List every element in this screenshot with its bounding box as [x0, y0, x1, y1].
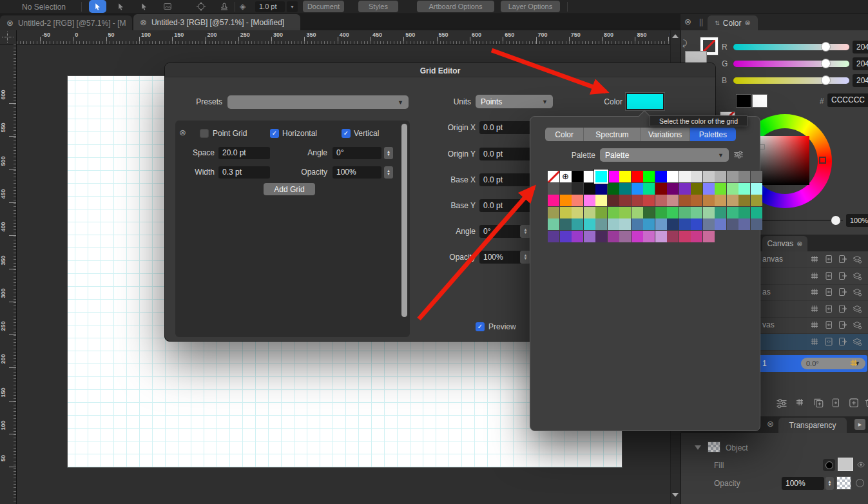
- color-swatch[interactable]: [703, 183, 715, 195]
- color-swatch[interactable]: [632, 183, 643, 195]
- stroke-width-dropdown[interactable]: ▼: [287, 1, 298, 12]
- palette-dropdown[interactable]: Palette ▼: [600, 148, 729, 162]
- color-swatch[interactable]: [560, 195, 572, 206]
- g-value-field[interactable]: 204: [853, 57, 868, 70]
- scroll-down-icon[interactable]: [672, 493, 679, 497]
- color-swatch[interactable]: [655, 171, 667, 182]
- color-swatch[interactable]: [715, 195, 726, 206]
- color-swatch[interactable]: [572, 218, 583, 230]
- vertical-checkbox[interactable]: ✓: [342, 129, 351, 138]
- color-swatch[interactable]: [632, 207, 643, 218]
- node-tool-button[interactable]: [112, 0, 130, 13]
- remove-grid-icon[interactable]: ⊗: [179, 128, 186, 137]
- color-swatch[interactable]: [619, 207, 631, 218]
- import-icon[interactable]: [824, 320, 834, 330]
- import-icon[interactable]: [824, 271, 834, 281]
- opacity-circle-icon[interactable]: [856, 479, 864, 487]
- stroke-width-field[interactable]: 1.0 pt: [255, 1, 285, 12]
- color-swatch[interactable]: [560, 218, 572, 230]
- b-value-field[interactable]: 204: [853, 74, 868, 87]
- color-swatch[interactable]: [715, 171, 726, 182]
- color-swatch[interactable]: [572, 207, 583, 218]
- color-swatch[interactable]: [703, 231, 715, 242]
- color-swatch[interactable]: [738, 218, 750, 230]
- popup-tab-spectrum[interactable]: Spectrum: [584, 128, 641, 141]
- color-swatch[interactable]: [608, 231, 619, 242]
- style-stamp-tool-button[interactable]: [215, 0, 233, 13]
- grid-icon[interactable]: [809, 304, 820, 314]
- color-swatch[interactable]: [584, 195, 595, 206]
- settings-sliders-icon[interactable]: [775, 397, 788, 410]
- color-swatch[interactable]: [679, 207, 691, 218]
- color-swatch[interactable]: [584, 171, 595, 182]
- color-swatch[interactable]: [679, 231, 691, 242]
- color-swatch[interactable]: [608, 195, 619, 206]
- color-swatch[interactable]: [667, 231, 679, 242]
- color-swatch[interactable]: [619, 171, 631, 182]
- color-swatch[interactable]: [703, 218, 715, 230]
- vertical-ruler[interactable]: 60055050045040035030025020015010050: [0, 44, 17, 504]
- color-swatch[interactable]: [632, 231, 643, 242]
- visibility-eye-icon[interactable]: [856, 460, 866, 469]
- r-slider-knob[interactable]: [821, 42, 831, 52]
- hex-field[interactable]: CCCCCC: [827, 93, 868, 107]
- color-swatch[interactable]: [632, 195, 643, 206]
- import-icon[interactable]: [824, 287, 834, 297]
- color-swatch[interactable]: [667, 195, 679, 206]
- color-swatch[interactable]: [584, 218, 595, 230]
- export-icon[interactable]: [838, 336, 848, 347]
- snapping-toggle-icon[interactable]: ◈: [240, 2, 246, 11]
- color-swatch[interactable]: [643, 231, 655, 242]
- toolbar-button-artboard-options[interactable]: Artboard Options: [417, 1, 494, 12]
- group-scrollbar-thumb[interactable]: [401, 124, 407, 317]
- export-icon[interactable]: [838, 320, 848, 330]
- color-swatch[interactable]: [727, 207, 738, 218]
- toolbar-button-layer-options[interactable]: Layer Options: [501, 1, 560, 12]
- saturation-marker[interactable]: [760, 144, 765, 150]
- export-icon[interactable]: [838, 304, 848, 314]
- color-swatch[interactable]: [632, 171, 643, 182]
- opacity-swatch[interactable]: [836, 476, 851, 490]
- hue-marker[interactable]: [819, 157, 826, 164]
- white-swatch[interactable]: [752, 94, 767, 108]
- presets-dropdown[interactable]: ▼: [227, 95, 409, 109]
- grid-icon[interactable]: [809, 336, 820, 347]
- black-swatch[interactable]: [736, 94, 751, 108]
- color-swatch[interactable]: [727, 183, 738, 195]
- color-swatch[interactable]: [560, 231, 572, 242]
- color-swatch[interactable]: [715, 207, 726, 218]
- color-swatch[interactable]: [691, 195, 702, 206]
- color-swatch[interactable]: [703, 171, 715, 182]
- color-swatch[interactable]: [679, 195, 691, 206]
- tab-canvas[interactable]: Canvas ⊗: [762, 236, 807, 251]
- color-swatch[interactable]: [619, 218, 631, 230]
- add-grid-button[interactable]: Add Grid: [264, 183, 315, 195]
- color-swatch[interactable]: [632, 218, 643, 230]
- color-swatch[interactable]: [643, 207, 655, 218]
- document-tab-1[interactable]: ⊗Untitled-2 [RGB] [@57.1%] - [M: [0, 15, 132, 30]
- color-swatch[interactable]: [655, 231, 667, 242]
- tab-close-icon[interactable]: ⊗: [6, 19, 14, 27]
- color-swatch[interactable]: [703, 195, 715, 206]
- close-icon[interactable]: ⊗: [767, 420, 774, 428]
- color-swatch[interactable]: [738, 207, 750, 218]
- color-swatch[interactable]: [751, 171, 762, 182]
- color-swatch[interactable]: [667, 218, 679, 230]
- move-tool-button[interactable]: [89, 0, 106, 13]
- color-swatch[interactable]: [619, 195, 631, 206]
- panel-drag-handle[interactable]: ||: [699, 17, 703, 26]
- duplicate-icon[interactable]: [813, 397, 824, 409]
- color-swatch[interactable]: [738, 171, 750, 182]
- g-slider-track[interactable]: [733, 61, 849, 67]
- r-slider-track[interactable]: [733, 44, 849, 50]
- document-tab-2[interactable]: ⊗Untitled-3 [RGB] [@57.1%] - [Modified]: [133, 14, 300, 30]
- new-page-icon[interactable]: [831, 397, 841, 409]
- color-swatch[interactable]: [738, 183, 750, 195]
- color-swatch[interactable]: [595, 195, 607, 206]
- place-image-tool-button[interactable]: [159, 0, 176, 13]
- tab-transparency[interactable]: Transparency: [778, 418, 847, 433]
- tab-color[interactable]: ⇅ Color ⊗: [708, 15, 758, 30]
- opacity-field[interactable]: 100%: [333, 166, 381, 179]
- color-swatch[interactable]: [679, 171, 691, 182]
- units-dropdown[interactable]: Points ▼: [476, 95, 553, 108]
